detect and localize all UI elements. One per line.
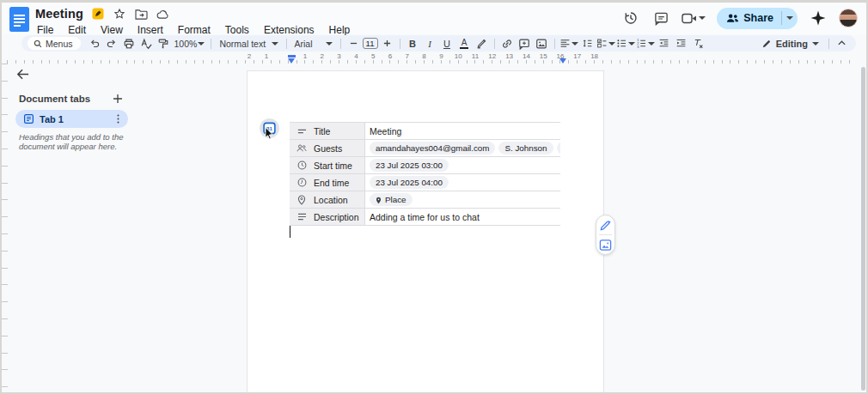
generate-image-button[interactable] bbox=[597, 237, 614, 253]
row-label-cell[interactable]: Description bbox=[290, 209, 365, 225]
redo-button[interactable] bbox=[104, 36, 120, 51]
row-value-cell[interactable]: 23 Jul 2025 04:00 bbox=[365, 174, 560, 191]
cloud-status-icon[interactable] bbox=[156, 7, 169, 21]
checklist-button[interactable] bbox=[596, 36, 615, 51]
row-label-cell[interactable]: Start time bbox=[290, 157, 365, 173]
tab-item-tab1[interactable]: Tab 1 bbox=[15, 110, 128, 128]
share-button[interactable]: Share bbox=[717, 8, 798, 29]
row-value-cell[interactable]: amandahayes004@gmail.comS. JohnsonPerson bbox=[365, 140, 560, 156]
increase-indent-button[interactable] bbox=[673, 36, 689, 51]
paint-roller-icon bbox=[157, 38, 169, 50]
cell-text: Meeting bbox=[370, 126, 401, 136]
highlight-color-button[interactable] bbox=[474, 36, 490, 51]
smart-chip[interactable]: S. Johnson bbox=[498, 142, 553, 155]
chevron-down-icon[interactable] bbox=[699, 16, 706, 20]
docs-logo-icon[interactable] bbox=[9, 7, 29, 35]
numbered-list-icon: 123 bbox=[636, 38, 647, 49]
app-header: Meeting FileEditViewInsertFormatToolsExt… bbox=[2, 3, 866, 34]
paragraph-style-select[interactable]: Normal text bbox=[216, 36, 281, 51]
close-tabs-panel-button[interactable] bbox=[15, 67, 31, 82]
horizontal-ruler[interactable]: 21123456789101112131415161718 bbox=[7, 52, 858, 64]
ruler-number: 13 bbox=[505, 52, 513, 60]
people-icon bbox=[296, 143, 307, 154]
font-size-input[interactable]: 11 bbox=[363, 38, 378, 49]
bulleted-list-button[interactable] bbox=[616, 36, 635, 51]
smart-chip[interactable]: amandahayes004@gmail.com bbox=[370, 142, 495, 155]
document-title[interactable]: Meeting bbox=[35, 7, 83, 21]
vertical-ruler[interactable] bbox=[2, 64, 8, 392]
row-label: Guests bbox=[314, 143, 342, 154]
row-value-cell[interactable]: 23 Jul 2025 03:00 bbox=[365, 157, 560, 173]
left-indent-marker[interactable] bbox=[288, 58, 295, 64]
gemini-sparkle-icon[interactable] bbox=[809, 9, 828, 27]
ruler-number: 10 bbox=[455, 52, 462, 60]
indent-increase-icon bbox=[675, 38, 687, 49]
menus-search-button[interactable]: Menus bbox=[28, 37, 81, 50]
first-line-indent-marker[interactable] bbox=[288, 55, 296, 58]
paint-format-button[interactable] bbox=[156, 36, 172, 51]
version-history-icon[interactable] bbox=[621, 9, 640, 27]
right-indent-marker[interactable] bbox=[559, 58, 566, 64]
add-comment-button[interactable] bbox=[517, 36, 533, 51]
smart-chip[interactable]: 23 Jul 2025 04:00 bbox=[370, 176, 449, 189]
ruler-number: 18 bbox=[590, 52, 598, 60]
zoom-select[interactable]: 100% bbox=[173, 36, 207, 51]
decrease-indent-button[interactable] bbox=[656, 36, 672, 51]
share-dropdown-icon[interactable] bbox=[786, 16, 793, 20]
italic-button[interactable]: I bbox=[422, 36, 438, 51]
scrollbar[interactable] bbox=[861, 67, 865, 391]
insert-link-button[interactable] bbox=[499, 36, 516, 51]
join-call-button[interactable] bbox=[682, 12, 706, 25]
star-icon[interactable] bbox=[113, 7, 126, 21]
tab-options-icon[interactable] bbox=[113, 114, 123, 124]
ruler-number: 12 bbox=[488, 52, 496, 60]
headings-hint-text: Headings that you add to the document wi… bbox=[19, 132, 125, 151]
ruler-number: 2 bbox=[248, 52, 251, 60]
cell-text: Adding a time for us to chat bbox=[370, 212, 480, 222]
chevron-down-icon bbox=[812, 42, 819, 45]
bold-button[interactable]: B bbox=[405, 36, 421, 51]
smart-chip[interactable]: Person bbox=[557, 142, 560, 155]
align-button[interactable] bbox=[559, 36, 578, 51]
chevron-up-icon bbox=[837, 39, 847, 48]
comments-icon[interactable] bbox=[651, 9, 670, 27]
row-value-cell[interactable]: Place bbox=[365, 191, 560, 208]
row-label-cell[interactable]: End time bbox=[290, 174, 365, 191]
numbered-list-button[interactable]: 123 bbox=[636, 36, 655, 51]
row-label-cell[interactable]: Title bbox=[290, 123, 365, 139]
insert-image-button[interactable] bbox=[534, 36, 550, 51]
pen-sparkle-icon bbox=[599, 219, 612, 232]
image-sparkle-icon bbox=[599, 239, 612, 252]
help-me-write-button[interactable] bbox=[597, 217, 614, 233]
increase-font-size-button[interactable] bbox=[379, 36, 395, 51]
bulleted-list-icon bbox=[616, 38, 627, 49]
mouse-cursor-icon bbox=[265, 127, 274, 143]
smart-chip[interactable]: Place bbox=[370, 193, 413, 206]
clear-formatting-button[interactable] bbox=[690, 36, 706, 51]
insert-suggestions-pill bbox=[596, 215, 615, 255]
window-edge bbox=[0, 0, 868, 3]
underline-button[interactable]: U bbox=[439, 36, 455, 51]
document-page[interactable]: TitleMeetingGuestsamandahayes004@gmail.c… bbox=[247, 70, 604, 394]
google-docs-window: Meeting FileEditViewInsertFormatToolsExt… bbox=[0, 0, 868, 394]
undo-button[interactable] bbox=[87, 36, 103, 51]
row-value-cell[interactable]: Adding a time for us to chat bbox=[365, 209, 560, 225]
row-label-cell[interactable]: Location bbox=[290, 191, 365, 208]
mode-select[interactable]: Editing bbox=[756, 39, 824, 49]
add-tab-button[interactable] bbox=[112, 93, 124, 105]
row-value-cell[interactable]: Meeting bbox=[365, 123, 560, 139]
decrease-font-size-button[interactable] bbox=[345, 36, 362, 51]
spellcheck-button[interactable] bbox=[138, 36, 155, 51]
move-folder-icon[interactable] bbox=[134, 7, 148, 21]
font-select[interactable]: Arial bbox=[291, 36, 336, 51]
text-color-button[interactable]: A bbox=[456, 36, 473, 51]
chip-text: Place bbox=[385, 195, 406, 204]
collapse-toolbar-button[interactable] bbox=[834, 36, 850, 51]
smart-chip[interactable]: 23 Jul 2025 03:00 bbox=[370, 159, 449, 172]
print-button[interactable] bbox=[121, 36, 138, 51]
highlighter-icon bbox=[476, 38, 487, 49]
row-label-cell[interactable]: Guests bbox=[290, 140, 365, 156]
line-spacing-button[interactable] bbox=[579, 36, 596, 51]
account-avatar[interactable] bbox=[839, 9, 858, 27]
link-icon bbox=[501, 38, 513, 50]
